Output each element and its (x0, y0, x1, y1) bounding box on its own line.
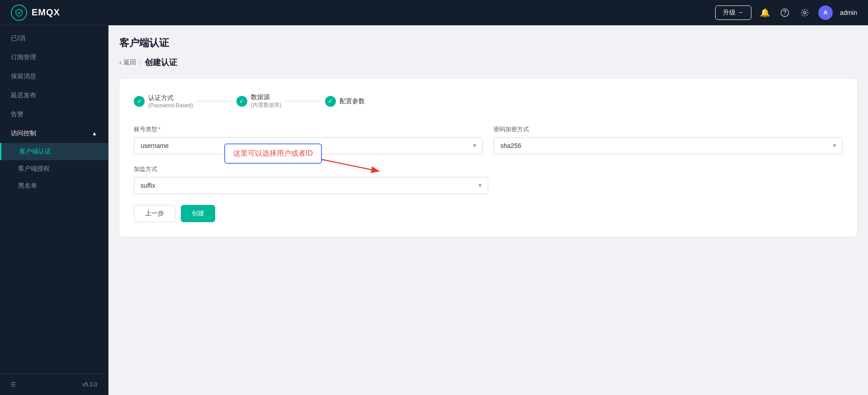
back-link[interactable]: ‹ 返回 (119, 58, 136, 67)
form-row-2: 加盐方式 suffix prefix disable ▼ (134, 165, 488, 194)
create-button[interactable]: 创建 (181, 205, 215, 222)
salt-method-label: 加盐方式 (134, 165, 488, 173)
app-header: EMQX 升级 → 🔔 A admin (0, 0, 868, 25)
salt-method-group: 加盐方式 suffix prefix disable ▼ (134, 165, 488, 194)
notification-icon[interactable]: 🔔 (759, 6, 771, 19)
sidebar: 已/消 订阅管理 保留消息 延迟发布 告警 访问控制 ▲ 客户端认证 客户端授权… (0, 25, 108, 395)
chevron-up-icon: ▲ (92, 130, 97, 137)
sidebar-item-blacklist[interactable]: 黑名单 (0, 177, 108, 195)
step-2: ✓ 数据源 (内置数据库) (236, 93, 282, 109)
step-1-label: 认证方式 (Password-Based) (148, 94, 193, 109)
step-2-check: ✓ (236, 96, 247, 107)
collapse-icon[interactable]: ☰ (11, 381, 16, 388)
step-3-label: 配置参数 (340, 97, 365, 105)
settings-icon[interactable] (798, 6, 811, 19)
sidebar-item-scroll-top[interactable]: 已/消 (0, 29, 108, 48)
sidebar-item-retain-msg[interactable]: 保留消息 (0, 67, 108, 86)
sidebar-item-client-authz[interactable]: 客户端授权 (0, 160, 108, 177)
annotation-tooltip: 这里可以选择用户或者ID (224, 143, 322, 164)
step-1-check: ✓ (134, 96, 145, 107)
help-icon[interactable] (778, 6, 791, 19)
sidebar-footer: ☰ v5.3.0 (0, 374, 108, 395)
page-title: 客户端认证 (119, 36, 857, 50)
logo-area: EMQX (11, 5, 60, 21)
required-mark: * (158, 126, 160, 133)
sidebar-item-alarm[interactable]: 告警 (0, 105, 108, 124)
form-area: 账号类型* username clientid ▼ 密码加密方式 (134, 125, 843, 222)
main-card: ✓ 认证方式 (Password-Based) ✓ 数据源 (内置数据库) (119, 79, 857, 237)
step-3-check: ✓ (325, 96, 336, 107)
avatar[interactable]: A (818, 5, 833, 20)
password-hash-label: 密码加密方式 (494, 125, 843, 133)
password-hash-select[interactable]: sha256 md5 bcrypt plain (494, 137, 843, 154)
breadcrumb-divider: | (140, 59, 142, 66)
back-button[interactable]: 上一步 (134, 205, 175, 222)
step-2-label: 数据源 (内置数据库) (251, 93, 282, 109)
sidebar-item-delay-pub[interactable]: 延迟发布 (0, 86, 108, 105)
step-1: ✓ 认证方式 (Password-Based) (134, 94, 193, 109)
account-type-label: 账号类型* (134, 125, 483, 133)
svg-point-2 (803, 11, 806, 14)
breadcrumb: ‹ 返回 | 创建认证 (119, 57, 857, 68)
logo-text: EMQX (32, 7, 60, 18)
svg-point-1 (784, 14, 785, 14)
sidebar-item-client-auth[interactable]: 客户端认证 (0, 143, 108, 160)
main-content: 客户端认证 ‹ 返回 | 创建认证 ✓ 认证方式 (Password-Based… (108, 25, 868, 395)
password-hash-group: 密码加密方式 sha256 md5 bcrypt plain ▼ (494, 125, 843, 154)
sidebar-item-order-mgmt[interactable]: 订阅管理 (0, 48, 108, 67)
step-connector-1 (197, 101, 233, 101)
breadcrumb-current: 创建认证 (145, 57, 177, 68)
logo-icon (11, 5, 27, 21)
salt-method-select-wrapper: suffix prefix disable ▼ (134, 177, 488, 194)
step-connector-2 (285, 101, 321, 101)
salt-method-select[interactable]: suffix prefix disable (134, 177, 488, 194)
step-3: ✓ 配置参数 (325, 96, 365, 107)
version-label: v5.3.0 (82, 381, 97, 388)
header-actions: 升级 → 🔔 A admin (715, 5, 857, 20)
upgrade-button[interactable]: 升级 → (715, 5, 751, 20)
sidebar-item-access-control[interactable]: 访问控制 ▲ (0, 124, 108, 143)
password-hash-select-wrapper: sha256 md5 bcrypt plain ▼ (494, 137, 843, 154)
steps-bar: ✓ 认证方式 (Password-Based) ✓ 数据源 (内置数据库) (134, 93, 843, 109)
form-buttons: 上一步 创建 (134, 205, 843, 222)
chevron-left-icon: ‹ (119, 59, 122, 66)
admin-name: admin (840, 9, 857, 16)
